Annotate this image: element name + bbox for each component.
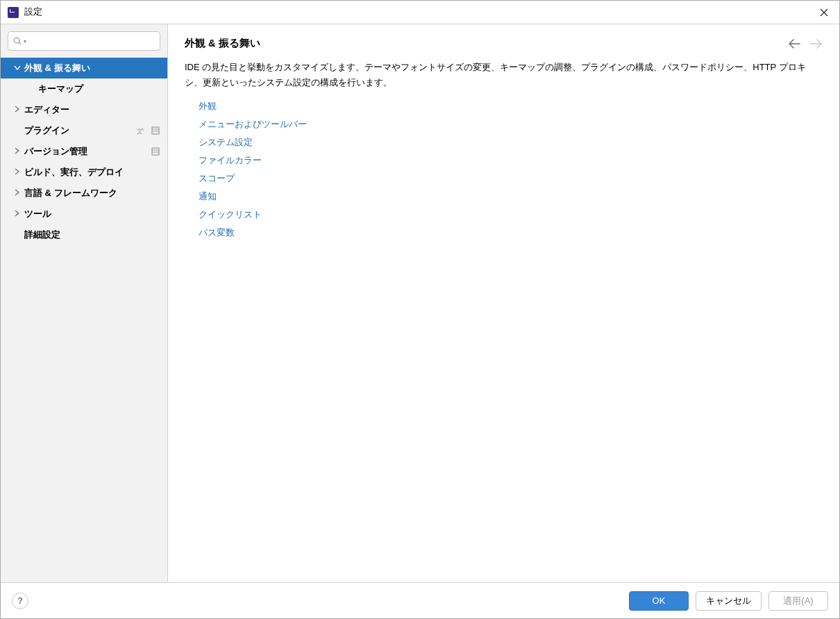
search-dropdown-icon[interactable]: ▾: [24, 38, 26, 44]
main-panel: 外観 & 振る舞い IDE の見た目と挙動をカスタマイズします。テーマやフォント…: [168, 24, 839, 582]
settings-link-7[interactable]: パス変数: [199, 226, 235, 239]
sidebar-item-label: 外観 & 振る舞い: [24, 62, 160, 74]
close-button[interactable]: [816, 4, 832, 21]
nav-forward-button: [810, 38, 823, 50]
settings-link-2[interactable]: システム設定: [199, 136, 253, 149]
chevron-icon: [13, 65, 22, 72]
nav-arrows: [788, 38, 823, 50]
chevron-icon: [13, 189, 22, 197]
titlebar: 設定: [1, 1, 839, 24]
search-box[interactable]: ▾: [8, 31, 160, 51]
cancel-button[interactable]: キャンセル: [696, 591, 762, 611]
chevron-icon: [13, 147, 22, 156]
chevron-icon: [13, 210, 22, 218]
svg-point-0: [14, 38, 19, 43]
sidebar-item-label: バージョン管理: [24, 145, 151, 158]
arrow-right-icon: [810, 39, 823, 49]
svg-line-1: [19, 42, 21, 44]
sidebar-item-label: ツール: [24, 208, 160, 220]
chevron-icon: [13, 106, 22, 114]
ok-button[interactable]: OK: [629, 591, 689, 611]
nav-back-button[interactable]: [788, 38, 800, 50]
sidebar-item-7[interactable]: ツール: [1, 204, 167, 224]
settings-link-0[interactable]: 外観: [199, 100, 217, 113]
chevron-icon: [13, 168, 22, 176]
search-icon: [12, 36, 22, 46]
arrow-left-icon: [788, 39, 800, 49]
sidebar-item-4[interactable]: バージョン管理: [1, 141, 167, 162]
apply-button: 適用(A): [768, 591, 828, 611]
sub-links: 外観メニューおよびツールバーシステム設定ファイルカラースコープ通知クイックリスト…: [185, 100, 823, 239]
project-scope-icon: [151, 147, 160, 156]
svg-text:A: A: [141, 126, 144, 131]
project-scope-icon: [151, 126, 160, 135]
search-container: ▾: [1, 24, 167, 58]
footer: ? OK キャンセル 適用(A): [1, 582, 839, 618]
sidebar-item-5[interactable]: ビルド、実行、デプロイ: [1, 162, 167, 183]
window-title: 設定: [24, 6, 816, 18]
settings-link-4[interactable]: スコープ: [199, 172, 235, 185]
sidebar-item-label: キーマップ: [38, 83, 160, 95]
sidebar-item-0[interactable]: 外観 & 振る舞い: [1, 58, 167, 79]
sidebar-trailing-icons: [151, 147, 160, 156]
settings-link-6[interactable]: クイックリスト: [199, 208, 262, 221]
search-input[interactable]: [29, 36, 156, 47]
sidebar-item-3[interactable]: ›プラグイン文A: [1, 120, 167, 141]
settings-link-3[interactable]: ファイルカラー: [199, 154, 262, 167]
settings-link-1[interactable]: メニューおよびツールバー: [199, 118, 307, 131]
sidebar-item-8[interactable]: ›詳細設定: [1, 224, 167, 245]
svg-rect-4: [152, 127, 159, 134]
sidebar-item-label: エディター: [24, 104, 160, 116]
settings-tree: 外観 & 振る舞い›キーマップエディター›プラグイン文Aバージョン管理ビルド、実…: [1, 58, 167, 582]
sidebar-item-2[interactable]: エディター: [1, 99, 167, 120]
page-description: IDE の見た目と挙動をカスタマイズします。テーマやフォントサイズの変更、キーマ…: [185, 60, 823, 90]
page-title: 外観 & 振る舞い: [185, 37, 788, 50]
translate-icon: 文A: [137, 126, 146, 135]
app-icon: [8, 7, 19, 18]
sidebar-item-label: 詳細設定: [24, 229, 160, 241]
svg-rect-7: [152, 148, 159, 155]
sidebar-trailing-icons: 文A: [137, 126, 160, 135]
sidebar-item-6[interactable]: 言語 & フレームワーク: [1, 183, 167, 204]
main-header: 外観 & 振る舞い: [168, 24, 839, 60]
close-icon: [820, 8, 828, 17]
content-area: ▾ 外観 & 振る舞い›キーマップエディター›プラグイン文Aバージョン管理ビルド…: [1, 24, 839, 582]
sidebar: ▾ 外観 & 振る舞い›キーマップエディター›プラグイン文Aバージョン管理ビルド…: [1, 24, 168, 582]
settings-link-5[interactable]: 通知: [199, 190, 217, 203]
sidebar-item-label: プラグイン: [24, 124, 137, 137]
sidebar-item-label: ビルド、実行、デプロイ: [24, 166, 160, 179]
sidebar-item-1[interactable]: ›キーマップ: [1, 79, 167, 99]
help-button[interactable]: ?: [12, 593, 28, 609]
main-body: IDE の見た目と挙動をカスタマイズします。テーマやフォントサイズの変更、キーマ…: [168, 60, 839, 582]
sidebar-item-label: 言語 & フレームワーク: [24, 187, 160, 199]
